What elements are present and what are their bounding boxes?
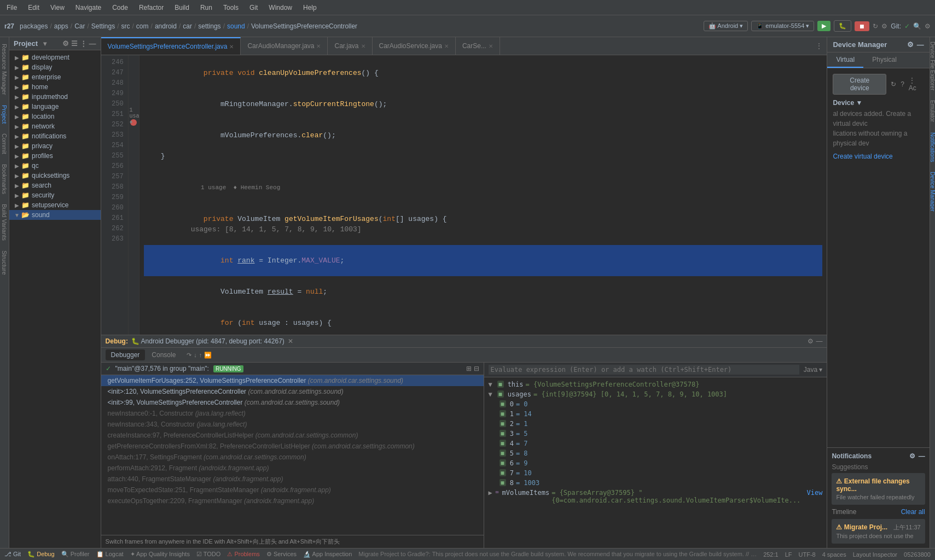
debug-minimize-icon[interactable]: —	[816, 337, 822, 345]
frame-1[interactable]: <init>:120, VolumeSettingsPreferenceCont…	[101, 386, 484, 397]
tree-network[interactable]: ▶ 📁 network	[9, 121, 101, 131]
settings-icon[interactable]: ⚙	[925, 22, 931, 30]
debug-step-into[interactable]: ↓	[194, 352, 197, 359]
frame-7[interactable]: onAttach:177, SettingsFragment (com.andr…	[101, 452, 484, 463]
menu-code[interactable]: Code	[110, 3, 130, 13]
sidebar-resource-manager[interactable]: Resource Manager	[0, 39, 9, 100]
tree-notifications[interactable]: ▶ 📁 notifications	[9, 131, 101, 141]
status-services[interactable]: ⚙ Services	[266, 551, 297, 558]
tree-enterprise[interactable]: ▶ 📁 enterprise	[9, 72, 101, 82]
tree-profiles[interactable]: ▶ 📁 profiles	[9, 151, 101, 161]
panel-settings-icon[interactable]: ⚙	[62, 39, 69, 48]
code-editor[interactable]: 246 247 248 249 250 251 252 253 254 255 …	[101, 55, 827, 335]
expand-arrow[interactable]: ▶	[489, 489, 493, 497]
tree-home[interactable]: ▶ 📁 home	[9, 82, 101, 92]
tab-size[interactable]: 4 spaces	[822, 551, 846, 558]
sync-icon[interactable]: ↻	[873, 22, 878, 30]
debug-run-cursor[interactable]: ⏩	[204, 352, 212, 359]
status-todo[interactable]: ☑ TODO	[196, 551, 220, 558]
bc-packages[interactable]: packages	[20, 22, 48, 30]
tab-close-icon[interactable]: ✕	[444, 43, 449, 49]
panel-gear-icon[interactable]: ⋮	[80, 39, 87, 48]
tree-display[interactable]: ▶ 📁 display	[9, 62, 101, 72]
bc-sound[interactable]: sound	[227, 22, 245, 30]
dm-settings-icon[interactable]: ⚙	[907, 40, 914, 49]
status-problems[interactable]: ⚠ Problems	[227, 551, 260, 558]
menu-view[interactable]: View	[48, 3, 67, 13]
bc-car2[interactable]: car	[183, 22, 192, 30]
frame-8[interactable]: performAttach:2912, Fragment (androidx.f…	[101, 463, 484, 474]
sidebar-build-variants[interactable]: Build Variants	[0, 200, 9, 245]
frame-2[interactable]: <init>:99, VolumeSettingsPreferenceContr…	[101, 397, 484, 408]
java-lang-selector[interactable]: Java ▾	[804, 366, 823, 374]
dm-tab-physical[interactable]: Physical	[863, 52, 905, 68]
notif-settings-icon[interactable]: ⚙	[909, 452, 915, 460]
tree-search[interactable]: ▶ 📁 search	[9, 180, 101, 190]
status-app-quality[interactable]: ✦ App Quality Insights	[130, 551, 190, 558]
close-debug-icon[interactable]: ✕	[288, 337, 293, 345]
create-device-button[interactable]: Create device	[833, 74, 886, 95]
frame-11[interactable]: executeOpsTogether:2209, FragmentManager…	[101, 495, 484, 506]
menu-refactor[interactable]: Refactor	[137, 3, 166, 13]
tab-car-audio-manager[interactable]: CarAudioManager.java ✕	[241, 37, 328, 55]
filter-icon[interactable]: ⊞	[466, 365, 472, 372]
tree-development[interactable]: ▶ 📁 development	[9, 52, 101, 62]
tab-close-icon[interactable]: ✕	[316, 43, 321, 49]
bc-android[interactable]: android	[155, 22, 177, 30]
code-content[interactable]: private void cleanUpVolumePreferences() …	[140, 55, 827, 335]
tree-location[interactable]: ▶ 📁 location	[9, 112, 101, 121]
right-edge-device-manager[interactable]: Device Manager	[930, 167, 935, 216]
bc-settings2[interactable]: settings	[198, 22, 220, 30]
bc-src[interactable]: src	[121, 22, 130, 30]
frame-9[interactable]: attach:440, FragmentStateManager (androi…	[101, 474, 484, 485]
bc-settings[interactable]: Settings	[91, 22, 115, 30]
tab-close-icon[interactable]: ✕	[489, 43, 493, 49]
debug-button[interactable]: 🐛	[834, 20, 851, 32]
more-dm-icon[interactable]: ⋮ Ac	[909, 77, 924, 92]
sidebar-project[interactable]: Project	[0, 101, 9, 128]
menu-git[interactable]: Git	[247, 3, 260, 13]
status-debug[interactable]: 🐛 Debug	[27, 551, 54, 558]
bc-car[interactable]: Car	[74, 22, 85, 30]
dm-tab-virtual[interactable]: Virtual	[827, 52, 863, 68]
tab-volume-settings[interactable]: VolumeSettingsPreferenceController.java …	[101, 37, 241, 55]
more-icon[interactable]: ⚙	[881, 22, 887, 30]
tab-console[interactable]: Console	[146, 349, 181, 360]
right-edge-notifications[interactable]: Notifications	[930, 128, 935, 166]
panel-list-icon[interactable]: ☰	[71, 39, 78, 48]
layout-inspector[interactable]: Layout Inspector	[853, 551, 897, 558]
dm-minimize-icon[interactable]: —	[917, 40, 924, 49]
status-git[interactable]: ⎇ Git	[4, 551, 21, 558]
tree-setupservice[interactable]: ▶ 📁 setupservice	[9, 200, 101, 210]
tree-language[interactable]: ▶ 📁 language	[9, 102, 101, 112]
frame-5[interactable]: createInstance:97, PreferenceControllerL…	[101, 430, 484, 441]
bc-file[interactable]: VolumeSettingsPreferenceController	[251, 22, 357, 30]
view-link[interactable]: View	[807, 489, 823, 497]
tree-inputmethod[interactable]: ▶ 📁 inputmethod	[9, 92, 101, 102]
tab-car[interactable]: Car.java ✕	[328, 37, 372, 55]
menu-run[interactable]: Run	[198, 3, 214, 13]
debug-frames-list[interactable]: getVolumeItemForUsages:252, VolumeSettin…	[101, 375, 484, 535]
menu-window[interactable]: Window	[266, 3, 294, 13]
search-icon[interactable]: 🔍	[913, 22, 921, 30]
tree-quicksettings[interactable]: ▶ 📁 quicksettings	[9, 171, 101, 180]
status-app-inspection[interactable]: 🔬 App Inspection	[303, 551, 352, 558]
status-profiler[interactable]: 🔍 Profiler	[61, 551, 90, 558]
create-virtual-device-link[interactable]: Create virtual device	[833, 153, 924, 160]
project-dropdown-icon[interactable]: ▾	[43, 40, 47, 48]
sidebar-bookmarks[interactable]: Bookmarks	[0, 160, 9, 199]
bc-apps[interactable]: apps	[54, 22, 68, 30]
bc-com[interactable]: com	[136, 22, 149, 30]
menu-help[interactable]: Help	[301, 3, 319, 13]
debug-settings-icon[interactable]: ⚙	[808, 337, 814, 345]
menu-file[interactable]: File	[4, 3, 19, 13]
expression-input[interactable]	[489, 365, 799, 375]
android-config[interactable]: 🤖 Android ▾	[704, 21, 748, 31]
refresh-dm-icon[interactable]: ↻	[891, 80, 896, 88]
sidebar-commit[interactable]: Commit	[0, 129, 9, 159]
menu-tools[interactable]: Tools	[221, 3, 241, 13]
expand-arrow[interactable]: ▼	[489, 381, 495, 388]
expand-arrow[interactable]: ▼	[489, 390, 495, 398]
tree-security[interactable]: ▶ 📁 security	[9, 190, 101, 200]
frame-4[interactable]: newInstance:343, Constructor (java.lang.…	[101, 419, 484, 430]
